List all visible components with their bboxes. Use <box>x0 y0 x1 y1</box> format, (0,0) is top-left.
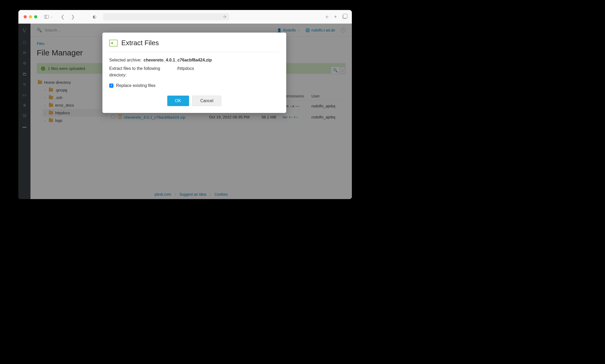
modal-title-row: Extract Files <box>109 39 279 52</box>
sidebar-toggle-icon[interactable] <box>44 15 49 19</box>
selected-archive-row: Selected archive: chevereto_4.0.1_c76acb… <box>109 57 279 64</box>
share-icon[interactable]: ⎋ <box>326 14 328 19</box>
replace-checkbox-label: Replace existing files <box>116 82 155 89</box>
back-button[interactable]: ❮ <box>61 14 65 20</box>
modal-title: Extract Files <box>121 39 159 47</box>
reload-icon[interactable]: ⟳ <box>223 15 227 19</box>
replace-checkbox-row[interactable]: ✓ Replace existing files <box>109 82 279 89</box>
browser-titlebar: ⌄ ❮ ❯ ◐ ⟳ ⎋ + <box>18 10 352 24</box>
sidebar-toggle-group: ⌄ <box>44 15 53 19</box>
maximize-window-button[interactable] <box>34 15 37 18</box>
titlebar-right: ⎋ + <box>326 14 347 20</box>
window-controls <box>24 15 37 18</box>
modal-body: Selected archive: chevereto_4.0.1_c76acb… <box>109 52 279 89</box>
nav-buttons: ❮ ❯ <box>61 14 75 20</box>
close-window-button[interactable] <box>24 15 27 18</box>
privacy-shield-icon[interactable]: ◐ <box>93 14 96 19</box>
tab-overview-icon[interactable] <box>343 15 347 19</box>
extract-dir-label: Extract files to the following directory… <box>109 65 175 79</box>
minimize-window-button[interactable] <box>29 15 32 18</box>
extract-files-modal: Extract Files Selected archive: cheveret… <box>102 33 286 113</box>
cancel-button[interactable]: Cancel <box>192 96 222 106</box>
ok-button[interactable]: OK <box>167 96 189 106</box>
address-bar[interactable]: ⟳ <box>103 13 229 20</box>
extract-dir-row: Extract files to the following directory… <box>109 65 279 79</box>
extract-dir-value: /httpdocs <box>177 65 194 79</box>
extract-icon <box>109 39 118 47</box>
modal-actions: OK Cancel <box>109 96 279 106</box>
sidebar-menu-chevron-icon[interactable]: ⌄ <box>50 15 53 18</box>
forward-button[interactable]: ❯ <box>71 14 75 20</box>
selected-archive-label: Selected archive: <box>109 57 142 64</box>
replace-checkbox[interactable]: ✓ <box>109 84 113 88</box>
selected-archive-value: chevereto_4.0.1_c76acbf8a424.zip <box>144 57 212 64</box>
new-tab-icon[interactable]: + <box>334 14 337 20</box>
browser-window: ⌄ ❮ ❯ ◐ ⟳ ⎋ + V 🖵 ✉ ⚙ 🗀 ≋ ⫾⫾ ♛ ⓦ ▬ <box>18 10 352 199</box>
